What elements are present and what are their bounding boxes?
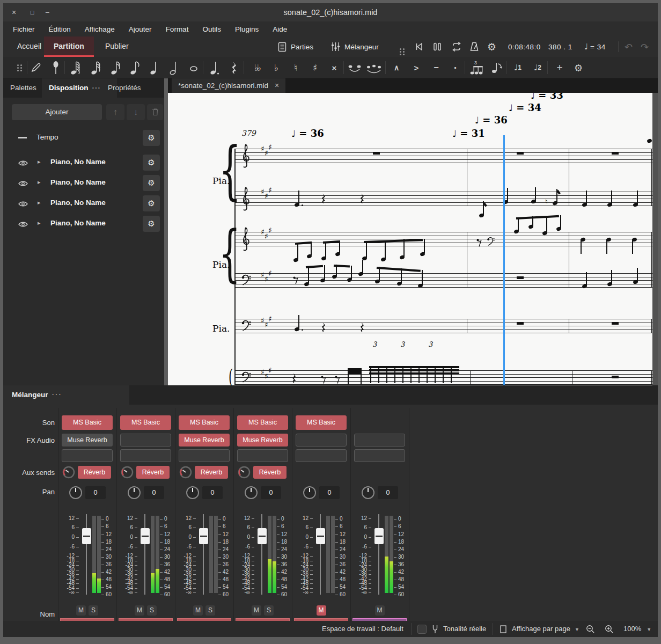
playback-settings-button[interactable]: ⚙ — [487, 40, 496, 53]
fader-handle[interactable] — [199, 528, 208, 544]
layout-item-instrument[interactable]: ▸Piano, No Name⚙ — [3, 152, 164, 173]
fx-slot-empty[interactable] — [354, 434, 405, 447]
pan-value[interactable]: 0 — [144, 486, 164, 499]
note-input-pencil-icon[interactable] — [28, 60, 44, 75]
expand-caret-icon[interactable]: ▸ — [38, 219, 41, 226]
visibility-eye-icon[interactable] — [18, 159, 28, 169]
fader-handle[interactable] — [141, 528, 150, 544]
note-32nd-icon[interactable] — [88, 60, 104, 75]
layout-item-instrument[interactable]: ▸Piano, No Name⚙ — [3, 214, 164, 234]
mute-button[interactable]: M — [193, 605, 203, 616]
rest-icon[interactable] — [226, 60, 243, 75]
solo-button[interactable]: S — [147, 605, 157, 616]
fx-slot-empty[interactable] — [179, 449, 230, 462]
playback-drag-handle[interactable] — [400, 42, 401, 55]
playback-beat[interactable]: 380 . 1 — [548, 40, 572, 53]
minimize-window-icon[interactable]: − — [42, 3, 53, 21]
tempo-mark[interactable]: ♩ = 36 — [291, 128, 324, 139]
tempo-mark[interactable]: ♩ = 31 — [452, 128, 485, 139]
note-cursor-icon[interactable] — [48, 60, 64, 75]
solo-button[interactable]: S — [264, 605, 274, 616]
slur-icon[interactable] — [366, 60, 382, 75]
view-mode-select[interactable]: Affichage par page▼ — [512, 621, 579, 638]
zoom-out-icon[interactable] — [586, 625, 595, 634]
fx-slot-empty[interactable] — [120, 434, 171, 447]
aux-send-button[interactable]: Réverb — [136, 466, 170, 479]
solo-button[interactable]: S — [205, 605, 215, 616]
fx-slot-empty[interactable] — [296, 449, 347, 462]
mute-button[interactable]: M — [375, 605, 385, 616]
tab-proprietes[interactable]: Propriétés — [101, 78, 148, 98]
fader-handle[interactable] — [316, 528, 325, 544]
score-page[interactable]: ♯♯♯♯♯♯♯♯♯♯♯♯♯♯♯♯♯♯379♩ = 36♩ = 31♩ = 36♩… — [168, 93, 652, 385]
menu-affichage[interactable]: Affichage — [85, 25, 115, 33]
maximize-window-icon[interactable]: □ — [27, 3, 38, 21]
pan-knob[interactable] — [68, 485, 83, 502]
playback-cursor[interactable] — [503, 135, 505, 385]
concert-pitch-checkbox[interactable] — [417, 625, 427, 634]
mixer-menu-dots-icon[interactable]: ··· — [52, 385, 62, 404]
natural-icon[interactable]: ♮ — [288, 60, 304, 75]
double-sharp-icon[interactable]: × — [326, 60, 342, 75]
mute-button[interactable]: M — [135, 605, 144, 616]
concert-pitch-label[interactable]: Tonalité réelle — [443, 621, 486, 637]
layout-item-instrument[interactable]: ▸Piano, No Name⚙ — [3, 193, 164, 214]
sharp-icon[interactable]: ♯ — [307, 60, 323, 75]
note-half-icon[interactable] — [167, 60, 183, 75]
double-flat-icon[interactable]: ♭♭ — [249, 60, 265, 75]
drag-handle-icon[interactable] — [10, 60, 26, 75]
sound-button[interactable]: MS Basic — [120, 415, 171, 430]
layout-item-tempo[interactable]: Tempo⚙ — [3, 128, 164, 148]
item-settings-button[interactable]: ⚙ — [143, 155, 160, 171]
aux-send-knob[interactable] — [179, 465, 193, 481]
sound-button[interactable]: MS Basic — [179, 415, 230, 430]
visibility-eye-icon[interactable] — [18, 179, 28, 189]
menu-aide[interactable]: Aide — [273, 25, 287, 33]
menu-outils[interactable]: Outils — [202, 25, 221, 33]
aux-send-button[interactable]: Réverb — [195, 466, 228, 479]
fx-slot-empty[interactable] — [296, 434, 347, 447]
pan-knob[interactable] — [244, 485, 259, 502]
tempo-mark[interactable]: ♩ = 36 — [475, 114, 508, 126]
tempo-mark[interactable]: ♩ = 33 — [531, 93, 563, 101]
tab-partition[interactable]: Partition — [44, 36, 94, 57]
pan-knob[interactable] — [185, 485, 200, 502]
tab-menu-dots-icon[interactable]: ··· — [92, 84, 101, 92]
pan-value[interactable]: 0 — [85, 486, 106, 499]
menu-format[interactable]: Format — [166, 25, 189, 33]
playback-time[interactable]: 0:08:48:0 — [508, 40, 541, 53]
mute-button[interactable]: M — [76, 605, 86, 616]
move-up-button[interactable]: ↑ — [106, 104, 124, 120]
move-down-button[interactable]: ↓ — [127, 104, 145, 120]
flat-icon[interactable]: ♭ — [268, 60, 284, 75]
fx-slot-empty[interactable] — [237, 449, 288, 462]
expand-caret-icon[interactable]: ▸ — [38, 179, 41, 186]
tuplet-icon[interactable]: 3 — [468, 60, 484, 75]
mute-button[interactable]: M — [252, 605, 261, 616]
marcato-icon[interactable]: ∧ — [388, 60, 405, 75]
delete-button[interactable] — [147, 104, 163, 120]
aux-send-knob[interactable] — [237, 465, 251, 481]
pan-knob[interactable] — [127, 485, 142, 502]
fader-track[interactable] — [261, 514, 262, 595]
tab-palettes[interactable]: Palettes — [3, 78, 43, 98]
mute-button[interactable]: M — [317, 605, 326, 616]
pause-button[interactable] — [432, 40, 442, 53]
fx-slot-empty[interactable] — [354, 449, 405, 462]
fx-slot-button[interactable]: Muse Reverb — [62, 434, 113, 447]
sound-button[interactable]: MS Basic — [296, 415, 347, 430]
aux-send-knob[interactable] — [62, 465, 76, 481]
visibility-eye-icon[interactable] — [18, 220, 28, 230]
menu-edition[interactable]: Édition — [49, 25, 71, 33]
note-quarter-icon[interactable] — [147, 60, 163, 75]
workspace-label[interactable]: Espace de travail : Default — [322, 621, 403, 637]
item-settings-button[interactable]: ⚙ — [143, 195, 160, 211]
fx-slot-button[interactable]: Muse Reverb — [237, 434, 288, 447]
sound-button[interactable]: MS Basic — [237, 415, 288, 430]
item-settings-button[interactable]: ⚙ — [143, 216, 160, 232]
tempo-mark[interactable]: ♩ = 34 — [509, 102, 541, 113]
pan-knob[interactable] — [361, 485, 376, 502]
parties-button[interactable]: Parties — [278, 40, 313, 53]
visibility-eye-icon[interactable] — [18, 200, 28, 209]
fx-slot-empty[interactable] — [62, 449, 113, 462]
